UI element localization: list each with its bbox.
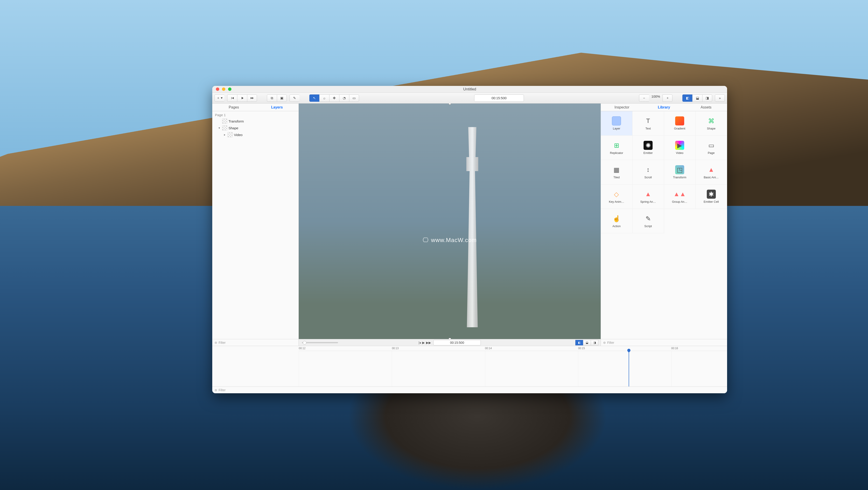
timeline-panel: 00:1200:1300:1400:1500:16 ⊜ Filter — [212, 346, 727, 393]
toggle-bottom-panel-button[interactable]: ⬓ — [692, 94, 702, 102]
left-sidebar: Pages Layers Page 1 Transform ▾ Shape ▸ — [212, 104, 299, 346]
play-button[interactable] — [237, 94, 247, 102]
canvas[interactable]: 🖵 www.MacW.com — [299, 104, 601, 339]
library-item-icon: ◳ — [675, 165, 684, 174]
pointer-tool-button[interactable]: ↖ — [309, 94, 319, 102]
library-item-group-an[interactable]: ▲▲Group An… — [664, 184, 696, 209]
library-item-label: Spring An… — [632, 200, 664, 203]
fast-forward-button[interactable] — [247, 94, 257, 102]
library-item-icon: ◇ — [612, 190, 621, 199]
library-item-page[interactable]: ▭Page — [695, 136, 727, 160]
toolbar-overflow-button[interactable]: » — [715, 94, 725, 102]
canvas-watermark: 🖵 www.MacW.com — [423, 237, 477, 243]
disclosure-triangle-icon[interactable]: ▾ — [219, 126, 222, 129]
library-item-spring-an[interactable]: ▲Spring An… — [632, 184, 664, 209]
filter-icon: ⊜ — [603, 341, 606, 344]
toggle-left-panel-button[interactable]: ◧ — [682, 94, 692, 102]
library-item-icon: ↕ — [644, 165, 653, 174]
layer-row[interactable]: ▾ Shape — [212, 124, 299, 131]
layer-list: Page 1 Transform ▾ Shape ▸ Video — [212, 111, 299, 339]
library-item-label: Page — [695, 151, 727, 154]
zoom-in-button[interactable]: ＋ — [662, 94, 673, 102]
left-sidebar-tabs: Pages Layers — [212, 104, 299, 111]
library-item-label: Transform — [664, 176, 695, 179]
timeline-gridline — [671, 351, 672, 386]
scrub-slider[interactable] — [302, 342, 338, 343]
tab-assets[interactable]: Assets — [685, 104, 727, 111]
library-item-icon: ▦ — [612, 165, 621, 174]
left-filter-bar[interactable]: ⊜ Filter — [212, 339, 299, 346]
library-item-layer[interactable]: Layer — [601, 111, 632, 136]
timeline-gridline — [485, 351, 485, 386]
pan-tool-button[interactable]: ✥ — [329, 94, 339, 102]
library-item-icon: ▭ — [707, 141, 716, 150]
layer-thumb — [227, 132, 232, 137]
library-item-label: Basic Ani… — [695, 176, 727, 179]
transport-fast-forward-button[interactable]: ▶▶ — [426, 341, 431, 344]
transport-go-start-button[interactable]: |◂ — [418, 341, 421, 344]
time-tick: 00:15 — [578, 347, 585, 350]
tab-layers[interactable]: Layers — [255, 104, 299, 111]
transport-bar: |◂ ▶ ▶▶ 00:15:500 ◧ ⬓ ◨ — [299, 339, 601, 346]
color-picker-button[interactable]: ◔ — [339, 94, 349, 102]
editor-window: Untitled ＋ ▾ ⧉ ▣ ✎ ↖ ⌕ ✥ ◔ ▭ 00:15:500 − — [212, 86, 727, 393]
tab-inspector[interactable]: Inspector — [601, 104, 643, 111]
layer-thumb — [222, 125, 227, 131]
library-item-action[interactable]: ☝Action — [601, 209, 632, 233]
crop-icon: ▭ — [352, 96, 355, 100]
transport-buttons: |◂ ▶ ▶▶ — [418, 341, 431, 344]
disclosure-triangle-icon[interactable]: ▸ — [224, 133, 227, 136]
edit-button[interactable]: ✎ — [289, 94, 300, 102]
media-group: ⧉ ▣ — [267, 94, 287, 102]
timeline-view-1-button[interactable]: ◧ — [576, 340, 583, 345]
library-item-transform[interactable]: ◳Transform — [664, 160, 696, 184]
library-item-gradient[interactable]: Gradient — [664, 111, 696, 136]
timeline-filter-bar[interactable]: ⊜ Filter — [212, 386, 727, 393]
library-item-basic-ani[interactable]: ▲Basic Ani… — [695, 160, 727, 184]
toggle-right-panel-button[interactable]: ◨ — [702, 94, 712, 102]
library-item-icon: ▲▲ — [675, 190, 684, 199]
library-item-video[interactable]: ▶Video — [664, 136, 696, 160]
playhead[interactable] — [629, 351, 629, 386]
library-item-label: Emitter Cell — [695, 200, 727, 203]
library-item-emitter-cell[interactable]: ✱Emitter Cell — [695, 184, 727, 209]
zoom-out-button[interactable]: − — [639, 94, 649, 102]
record-button[interactable]: ▣ — [277, 94, 287, 102]
library-item-label: Action — [601, 225, 632, 228]
library-item-text[interactable]: TText — [632, 111, 664, 136]
go-to-start-button[interactable] — [227, 94, 237, 102]
timeline-view-3-button[interactable]: ◨ — [591, 340, 598, 345]
library-item-replicator[interactable]: ⊞Replicator — [601, 136, 632, 160]
library-item-tiled[interactable]: ▦Tiled — [601, 160, 632, 184]
window-title: Untitled — [212, 87, 727, 91]
close-window-button[interactable] — [216, 87, 219, 91]
transport-play-button[interactable]: ▶ — [422, 341, 425, 344]
right-filter-bar[interactable]: ⊜ Filter — [601, 339, 727, 346]
library-item-key-anim[interactable]: ◇Key Anim… — [601, 184, 632, 209]
snapshot-button[interactable]: ⧉ — [267, 94, 277, 102]
toolbar-time-display[interactable]: 00:15:500 — [474, 94, 524, 102]
layer-row[interactable]: Transform — [212, 118, 299, 124]
minimize-window-button[interactable] — [222, 87, 225, 91]
library-item-scroll[interactable]: ↕Scroll — [632, 160, 664, 184]
tab-pages[interactable]: Pages — [212, 104, 255, 111]
zoom-group: − 100% ＋ — [639, 94, 673, 102]
selection-handle-top[interactable] — [449, 104, 451, 105]
timeline-tracks[interactable] — [299, 351, 727, 386]
library-item-icon: ✱ — [707, 190, 716, 199]
library-item-shape[interactable]: ⌘Shape — [695, 111, 727, 136]
timeline-view-2-button[interactable]: ⬓ — [583, 340, 591, 345]
crop-tool-button[interactable]: ▭ — [349, 94, 359, 102]
library-item-script[interactable]: ✎Script — [632, 209, 664, 233]
layer-row[interactable]: ▸ Video — [212, 131, 299, 138]
time-ruler[interactable]: 00:1200:1300:1400:1500:16 — [299, 346, 727, 351]
tab-library[interactable]: Library — [643, 104, 685, 111]
transport-time-display[interactable]: 00:15:500 — [433, 340, 481, 345]
right-sidebar-tabs: Inspector Library Assets — [601, 104, 727, 111]
library-item-emitter[interactable]: ✺Emitter — [632, 136, 664, 160]
zoom-window-button[interactable] — [228, 87, 231, 91]
zoom-tool-button[interactable]: ⌕ — [319, 94, 329, 102]
time-tick: 00:13 — [392, 347, 399, 350]
time-tick: 00:14 — [485, 347, 492, 350]
add-button[interactable]: ＋ ▾ — [215, 94, 224, 102]
